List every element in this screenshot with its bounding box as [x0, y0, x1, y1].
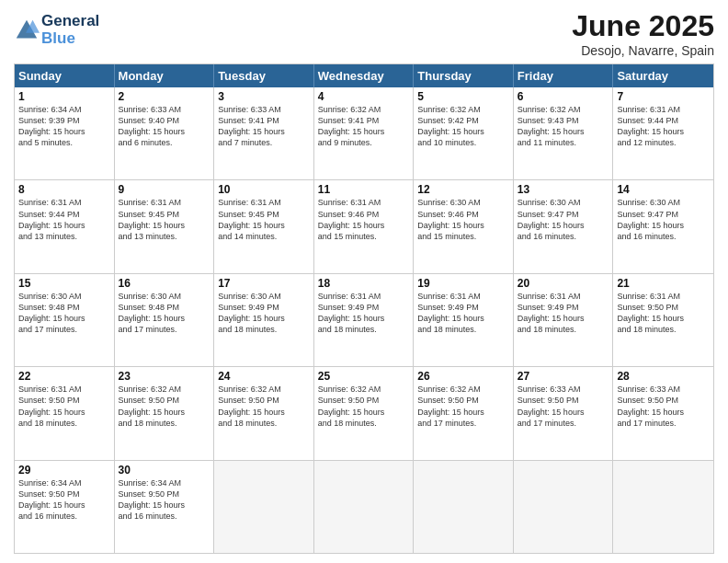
calendar-cell: 17Sunrise: 6:30 AM Sunset: 9:49 PM Dayli…	[214, 274, 314, 366]
day-info: Sunrise: 6:31 AM Sunset: 9:46 PM Dayligh…	[318, 197, 410, 242]
subtitle: Desojo, Navarre, Spain	[572, 43, 714, 58]
calendar-cell: 12Sunrise: 6:30 AM Sunset: 9:46 PM Dayli…	[414, 180, 514, 272]
calendar-cell: 21Sunrise: 6:31 AM Sunset: 9:50 PM Dayli…	[613, 274, 713, 366]
day-info: Sunrise: 6:32 AM Sunset: 9:50 PM Dayligh…	[417, 384, 509, 429]
day-info: Sunrise: 6:32 AM Sunset: 9:50 PM Dayligh…	[119, 384, 210, 429]
day-number: 13	[518, 183, 609, 196]
calendar-cell: 30Sunrise: 6:34 AM Sunset: 9:50 PM Dayli…	[115, 461, 215, 553]
day-number: 27	[518, 370, 609, 383]
day-info: Sunrise: 6:31 AM Sunset: 9:44 PM Dayligh…	[18, 197, 110, 242]
calendar-cell: 18Sunrise: 6:31 AM Sunset: 9:49 PM Dayli…	[314, 274, 415, 366]
calendar-cell: 15Sunrise: 6:30 AM Sunset: 9:48 PM Dayli…	[15, 274, 115, 366]
day-info: Sunrise: 6:30 AM Sunset: 9:48 PM Dayligh…	[18, 291, 110, 336]
day-info: Sunrise: 6:30 AM Sunset: 9:47 PM Dayligh…	[617, 197, 710, 242]
day-number: 18	[318, 277, 410, 290]
day-number: 16	[119, 277, 210, 290]
day-number: 26	[417, 370, 509, 383]
calendar-cell: 7Sunrise: 6:31 AM Sunset: 9:44 PM Daylig…	[613, 87, 713, 179]
calendar-cell: 23Sunrise: 6:32 AM Sunset: 9:50 PM Dayli…	[115, 367, 215, 459]
day-info: Sunrise: 6:32 AM Sunset: 9:42 PM Dayligh…	[417, 104, 509, 149]
calendar-cell	[613, 461, 713, 553]
calendar-cell: 4Sunrise: 6:32 AM Sunset: 9:41 PM Daylig…	[314, 87, 415, 179]
day-number: 14	[617, 183, 710, 196]
day-number: 19	[417, 277, 509, 290]
calendar-cell: 25Sunrise: 6:32 AM Sunset: 9:50 PM Dayli…	[314, 367, 415, 459]
calendar-cell: 8Sunrise: 6:31 AM Sunset: 9:44 PM Daylig…	[15, 180, 115, 272]
calendar-body: 1Sunrise: 6:34 AM Sunset: 9:39 PM Daylig…	[15, 87, 713, 553]
day-number: 6	[518, 90, 609, 103]
day-info: Sunrise: 6:31 AM Sunset: 9:45 PM Dayligh…	[218, 197, 310, 242]
day-number: 28	[617, 370, 710, 383]
day-info: Sunrise: 6:30 AM Sunset: 9:46 PM Dayligh…	[417, 197, 509, 242]
day-number: 30	[119, 464, 210, 477]
calendar-row: 29Sunrise: 6:34 AM Sunset: 9:50 PM Dayli…	[15, 460, 713, 553]
day-number: 29	[18, 464, 110, 477]
calendar-cell: 1Sunrise: 6:34 AM Sunset: 9:39 PM Daylig…	[15, 87, 115, 179]
day-number: 7	[617, 90, 710, 103]
calendar-row: 22Sunrise: 6:31 AM Sunset: 9:50 PM Dayli…	[15, 366, 713, 459]
day-info: Sunrise: 6:32 AM Sunset: 9:43 PM Dayligh…	[518, 104, 609, 149]
day-info: Sunrise: 6:34 AM Sunset: 9:39 PM Dayligh…	[18, 104, 110, 149]
month-title: June 2025	[572, 9, 714, 43]
calendar-cell	[214, 461, 314, 553]
calendar-cell: 13Sunrise: 6:30 AM Sunset: 9:47 PM Dayli…	[514, 180, 614, 272]
day-info: Sunrise: 6:32 AM Sunset: 9:50 PM Dayligh…	[218, 384, 310, 429]
day-number: 11	[318, 183, 410, 196]
day-info: Sunrise: 6:30 AM Sunset: 9:49 PM Dayligh…	[218, 291, 310, 336]
header-friday: Friday	[514, 64, 614, 87]
day-info: Sunrise: 6:34 AM Sunset: 9:50 PM Dayligh…	[18, 477, 110, 523]
day-info: Sunrise: 6:31 AM Sunset: 9:49 PM Dayligh…	[417, 291, 509, 336]
day-info: Sunrise: 6:34 AM Sunset: 9:50 PM Dayligh…	[119, 477, 210, 523]
header-wednesday: Wednesday	[314, 64, 415, 87]
calendar-cell: 14Sunrise: 6:30 AM Sunset: 9:47 PM Dayli…	[613, 180, 713, 272]
header-sunday: Sunday	[15, 64, 115, 87]
calendar-cell: 26Sunrise: 6:32 AM Sunset: 9:50 PM Dayli…	[414, 367, 514, 459]
calendar-row: 8Sunrise: 6:31 AM Sunset: 9:44 PM Daylig…	[15, 179, 713, 272]
calendar-cell: 10Sunrise: 6:31 AM Sunset: 9:45 PM Dayli…	[214, 180, 314, 272]
calendar-cell: 28Sunrise: 6:33 AM Sunset: 9:50 PM Dayli…	[613, 367, 713, 459]
day-info: Sunrise: 6:30 AM Sunset: 9:48 PM Dayligh…	[119, 291, 210, 336]
day-number: 3	[218, 90, 310, 103]
calendar-cell: 24Sunrise: 6:32 AM Sunset: 9:50 PM Dayli…	[214, 367, 314, 459]
day-info: Sunrise: 6:32 AM Sunset: 9:50 PM Dayligh…	[318, 384, 410, 429]
day-number: 20	[518, 277, 609, 290]
day-info: Sunrise: 6:32 AM Sunset: 9:41 PM Dayligh…	[318, 104, 410, 149]
day-number: 25	[318, 370, 410, 383]
logo-text: General Blue	[41, 13, 99, 47]
day-number: 24	[218, 370, 310, 383]
day-info: Sunrise: 6:33 AM Sunset: 9:40 PM Dayligh…	[119, 104, 210, 149]
calendar-cell: 6Sunrise: 6:32 AM Sunset: 9:43 PM Daylig…	[514, 87, 614, 179]
page: General Blue June 2025 Desojo, Navarre, …	[0, 0, 728, 563]
calendar-cell: 5Sunrise: 6:32 AM Sunset: 9:42 PM Daylig…	[414, 87, 514, 179]
calendar-cell: 9Sunrise: 6:31 AM Sunset: 9:45 PM Daylig…	[115, 180, 215, 272]
calendar-cell	[414, 461, 514, 553]
day-info: Sunrise: 6:31 AM Sunset: 9:49 PM Dayligh…	[318, 291, 410, 336]
day-number: 9	[119, 183, 210, 196]
day-number: 2	[119, 90, 210, 103]
calendar-cell	[514, 461, 614, 553]
calendar-cell: 29Sunrise: 6:34 AM Sunset: 9:50 PM Dayli…	[15, 461, 115, 553]
calendar-row: 15Sunrise: 6:30 AM Sunset: 9:48 PM Dayli…	[15, 273, 713, 366]
calendar-row: 1Sunrise: 6:34 AM Sunset: 9:39 PM Daylig…	[15, 87, 713, 179]
calendar-cell: 27Sunrise: 6:33 AM Sunset: 9:50 PM Dayli…	[514, 367, 614, 459]
calendar-cell: 3Sunrise: 6:33 AM Sunset: 9:41 PM Daylig…	[214, 87, 314, 179]
header-monday: Monday	[115, 64, 215, 87]
day-info: Sunrise: 6:33 AM Sunset: 9:41 PM Dayligh…	[218, 104, 310, 149]
calendar: Sunday Monday Tuesday Wednesday Thursday…	[14, 63, 714, 554]
calendar-cell: 19Sunrise: 6:31 AM Sunset: 9:49 PM Dayli…	[414, 274, 514, 366]
logo: General Blue	[14, 13, 99, 47]
day-info: Sunrise: 6:33 AM Sunset: 9:50 PM Dayligh…	[617, 384, 710, 429]
day-number: 15	[18, 277, 110, 290]
day-info: Sunrise: 6:31 AM Sunset: 9:45 PM Dayligh…	[119, 197, 210, 242]
day-info: Sunrise: 6:31 AM Sunset: 9:50 PM Dayligh…	[617, 291, 710, 336]
logo-icon	[14, 17, 40, 43]
day-number: 4	[318, 90, 410, 103]
header-thursday: Thursday	[414, 64, 514, 87]
header: General Blue June 2025 Desojo, Navarre, …	[14, 9, 714, 58]
title-block: June 2025 Desojo, Navarre, Spain	[572, 9, 714, 58]
day-number: 17	[218, 277, 310, 290]
day-info: Sunrise: 6:31 AM Sunset: 9:49 PM Dayligh…	[518, 291, 609, 336]
calendar-cell: 20Sunrise: 6:31 AM Sunset: 9:49 PM Dayli…	[514, 274, 614, 366]
day-number: 12	[417, 183, 509, 196]
day-number: 23	[119, 370, 210, 383]
